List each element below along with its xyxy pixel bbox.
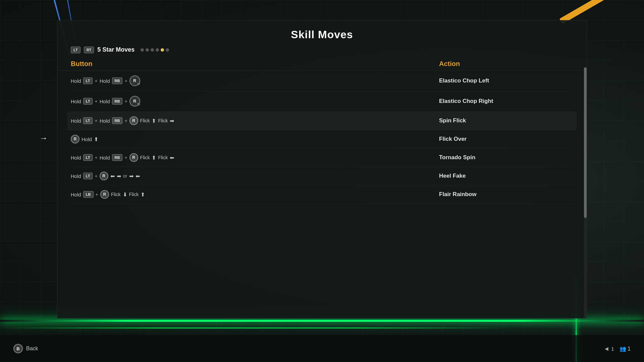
hold-text-4a: Hold — [71, 155, 81, 161]
scrollbar-thumb[interactable] — [584, 67, 587, 218]
lt-btn-0: LT — [83, 77, 93, 84]
dot-1 — [141, 48, 144, 52]
move-buttons-2: Hold LT + Hold RB + R Flick ⬆ Flick ➡ — [71, 116, 439, 125]
plus-0a: + — [95, 78, 97, 83]
plus-6: + — [96, 192, 98, 197]
player-count: 1 — [628, 346, 631, 352]
dot-4 — [156, 48, 159, 52]
hold-text-3: Hold — [82, 136, 92, 142]
row-selection-arrow: → — [40, 133, 48, 143]
deco-green-floor-2 — [0, 327, 510, 328]
players-icon-symbol: 👥 — [620, 346, 626, 352]
flick-text-2a: Flick — [140, 118, 150, 123]
category-header: LT RT 5 Star Moves — [57, 46, 587, 57]
arrow-up-2: ⬆ — [152, 118, 156, 124]
dot-6 — [166, 48, 169, 52]
move-row-3[interactable]: R Hold ⬆ Flick Over — [71, 130, 573, 148]
plus-2a: + — [95, 118, 97, 123]
flick-text-6a: Flick — [111, 192, 121, 197]
rb-btn-1: RB — [112, 98, 123, 105]
r-rotate-cw-1: R ↻ — [129, 96, 140, 107]
scrollbar[interactable] — [584, 67, 587, 318]
arrow-up-3: ⬆ — [94, 136, 98, 142]
arrow-down-6: ⬇ — [123, 191, 127, 198]
hold-text-5: Hold — [71, 173, 81, 179]
hold-text-6: Hold — [71, 192, 81, 197]
page-nav: ◀ 1 — [605, 346, 614, 352]
r-badge-6: R — [100, 190, 109, 199]
move-buttons-0: Hold LT + Hold RB + R ↺ — [71, 75, 439, 86]
back-label: Back — [26, 346, 38, 352]
hold-text-0b: Hold — [100, 78, 110, 84]
move-row-4[interactable]: Hold LT + Hold RB + R Flick ⬆ Flick ⬅ To… — [71, 148, 573, 167]
move-row-5[interactable]: Hold LT + R ⬅ ➡ or ➡ ⬅ Heel Fake — [71, 167, 573, 185]
players-indicator: 👥 1 — [620, 346, 631, 352]
b-button-icon: B — [13, 344, 23, 353]
badge-lt: LT — [71, 47, 80, 53]
arrow-left-5b: ⬅ — [136, 173, 140, 179]
action-2: Spin Flick — [439, 117, 573, 124]
dot-5-active — [161, 48, 164, 52]
move-buttons-5: Hold LT + R ⬅ ➡ or ➡ ⬅ — [71, 172, 439, 180]
arrow-right-2: ➡ — [170, 118, 174, 124]
deco-green-floor — [0, 320, 644, 322]
action-column-header: Action — [439, 60, 573, 68]
hold-text-1a: Hold — [71, 99, 81, 104]
page-title: Skill Moves — [57, 20, 587, 46]
action-6: Flair Rainbow — [439, 191, 573, 198]
flick-text-4b: Flick — [158, 155, 168, 160]
r-badge-5: R — [100, 172, 108, 180]
arrow-right-5b: ➡ — [129, 173, 133, 179]
move-buttons-6: Hold LB + R Flick ⬇ Flick ⬆ — [71, 190, 439, 199]
move-buttons-4: Hold LT + Hold RB + R Flick ⬆ Flick ⬅ — [71, 153, 439, 162]
r-badge-2: R — [129, 116, 138, 125]
hold-text-0a: Hold — [71, 78, 81, 84]
r-badge-3: R — [71, 135, 79, 143]
hold-text-4b: Hold — [100, 155, 110, 161]
move-row-2[interactable]: Hold LT + Hold RB + R Flick ⬆ Flick ➡ Sp… — [67, 112, 577, 130]
back-button[interactable]: B Back — [13, 344, 38, 353]
page-number: 1 — [611, 346, 614, 352]
plus-2b: + — [124, 118, 127, 123]
columns-header: Button Action — [57, 57, 587, 71]
plus-0b: + — [124, 78, 127, 83]
action-3: Flick Over — [439, 136, 573, 142]
lt-btn-4: LT — [83, 154, 93, 161]
arrow-right-5a: ➡ — [117, 173, 121, 179]
action-0: Elastico Chop Left — [439, 77, 573, 84]
flick-text-4a: Flick — [140, 155, 150, 160]
or-text-5: or — [123, 173, 127, 179]
dot-3 — [151, 48, 154, 52]
arrow-left-4: ⬅ — [170, 155, 174, 161]
flick-text-6b: Flick — [129, 192, 139, 197]
category-name: 5 Star Moves — [97, 46, 135, 53]
hold-text-2b: Hold — [100, 118, 110, 124]
action-1: Elastico Chop Right — [439, 98, 573, 105]
moves-list: Hold LT + Hold RB + R ↺ Elastico Chop Le… — [57, 71, 587, 204]
plus-1b: + — [124, 99, 127, 104]
bottom-right: ◀ 1 👥 1 — [605, 346, 631, 352]
bottom-bar: B Back ◀ 1 👥 1 — [0, 335, 644, 362]
plus-5: + — [95, 173, 97, 179]
rb-btn-2: RB — [112, 117, 123, 124]
move-row-1[interactable]: Hold LT + Hold RB + R ↻ Elastico Chop Ri… — [71, 91, 573, 112]
badge-rt: RT — [84, 47, 94, 53]
lt-btn-5: LT — [83, 173, 93, 179]
category-dots — [141, 48, 169, 52]
plus-1a: + — [95, 99, 97, 104]
dot-2 — [146, 48, 149, 52]
move-buttons-3: R Hold ⬆ — [71, 135, 439, 143]
move-row-6[interactable]: Hold LB + R Flick ⬇ Flick ⬆ Flair Rainbo… — [71, 185, 573, 204]
arrow-left-5a: ⬅ — [110, 173, 115, 179]
hold-text-1b: Hold — [100, 99, 110, 104]
flick-text-2b: Flick — [158, 118, 168, 123]
lb-btn-6: LB — [83, 191, 94, 198]
move-row-0[interactable]: Hold LT + Hold RB + R ↺ Elastico Chop Le… — [71, 71, 573, 91]
plus-4b: + — [124, 155, 127, 160]
action-5: Heel Fake — [439, 173, 573, 179]
arrow-up-6: ⬆ — [141, 191, 145, 198]
button-column-header: Button — [71, 60, 439, 68]
lt-btn-1: LT — [83, 98, 93, 105]
r-badge-4: R — [129, 153, 138, 162]
page-nav-left[interactable]: ◀ — [605, 346, 608, 351]
